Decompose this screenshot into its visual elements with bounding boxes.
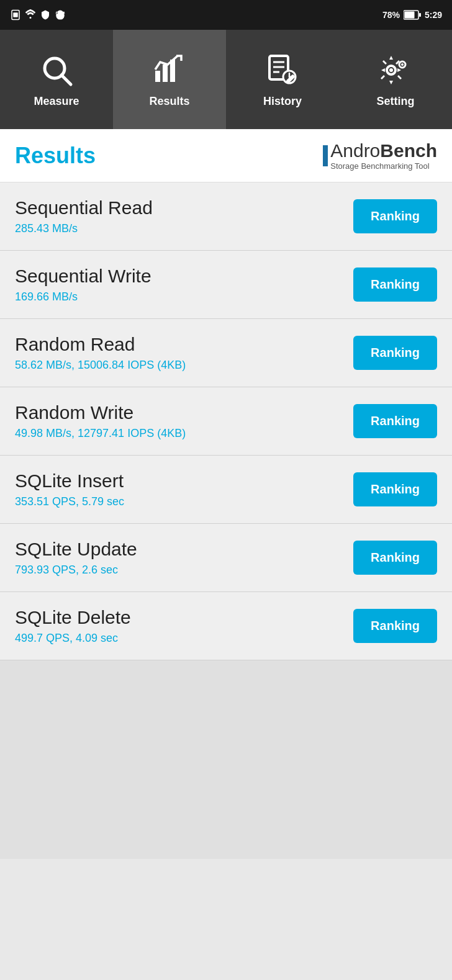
status-bar: 78% 5:29 [0,0,452,30]
wifi-icon [25,9,36,20]
time-display: 5:29 [425,10,442,20]
nav-item-results[interactable]: Results [113,30,226,129]
setting-icon [377,52,414,89]
svg-point-22 [401,63,404,66]
benchmark-row: SQLite Delete499.7 QPS, 4.09 secRanking [0,592,452,660]
shield-icon [40,9,51,20]
benchmark-name: SQLite Delete [15,607,131,628]
benchmark-row: Sequential Read285.43 MB/sRanking [0,182,452,251]
battery-percent: 78% [382,10,400,20]
results-title: Results [15,143,96,169]
ranking-button[interactable]: Ranking [353,541,437,575]
svg-rect-8 [155,71,160,82]
benchmark-value: 353.51 QPS, 5.79 sec [15,495,124,508]
status-icons [10,9,66,20]
ranking-button[interactable]: Ranking [353,404,437,438]
benchmark-value: 793.93 QPS, 2.6 sec [15,564,137,577]
benchmark-value: 285.43 MB/s [15,222,153,235]
benchmark-name: SQLite Insert [15,470,124,492]
bottom-area [0,660,452,859]
benchmark-name: SQLite Update [15,539,137,560]
benchmark-value: 499.7 QPS, 4.09 sec [15,632,131,645]
benchmark-row: SQLite Update793.93 QPS, 2.6 secRanking [0,524,452,592]
brand-accent [323,145,328,166]
svg-point-2 [30,17,32,19]
nav-bar: Measure Results [0,30,452,129]
results-header: Results AndroBench Storage Benchmarking … [0,129,452,182]
ranking-button[interactable]: Ranking [353,609,437,643]
svg-rect-4 [404,12,414,19]
svg-rect-5 [419,13,421,17]
measure-icon [38,52,75,89]
brand-logo: AndroBench Storage Benchmarking Tool [323,140,437,171]
nav-item-measure[interactable]: Measure [0,30,113,129]
history-icon [264,52,301,89]
benchmark-value: 49.98 MB/s, 12797.41 IOPS (4KB) [15,427,186,440]
benchmark-row: SQLite Insert353.51 QPS, 5.79 secRanking [0,456,452,524]
svg-rect-9 [163,65,168,82]
cat-icon [55,9,66,20]
sim-icon [10,9,21,20]
nav-label-setting: Setting [377,95,415,108]
svg-rect-1 [13,12,18,17]
svg-line-7 [61,75,71,84]
nav-label-results: Results [149,95,189,108]
status-right: 78% 5:29 [382,10,442,20]
benchmark-name: Random Read [15,334,186,355]
nav-item-history[interactable]: History [226,30,339,129]
benchmark-row: Sequential Write169.66 MB/sRanking [0,251,452,319]
benchmark-name: Random Write [15,402,186,423]
nav-item-setting[interactable]: Setting [339,30,452,129]
brand-name: AndroBench [330,140,437,161]
ranking-button[interactable]: Ranking [353,336,437,370]
benchmark-value: 58.62 MB/s, 15006.84 IOPS (4KB) [15,359,186,372]
benchmark-list: Sequential Read285.43 MB/sRankingSequent… [0,182,452,660]
brand-sub: Storage Benchmarking Tool [330,161,437,171]
ranking-button[interactable]: Ranking [353,267,437,302]
benchmark-row: Random Write49.98 MB/s, 12797.41 IOPS (4… [0,387,452,456]
benchmark-row: Random Read58.62 MB/s, 15006.84 IOPS (4K… [0,319,452,387]
svg-point-20 [389,68,393,72]
nav-label-history: History [263,95,302,108]
ranking-button[interactable]: Ranking [353,199,437,233]
ranking-button[interactable]: Ranking [353,472,437,506]
benchmark-value: 169.66 MB/s [15,290,151,303]
benchmark-name: Sequential Write [15,266,151,287]
benchmark-name: Sequential Read [15,197,153,218]
results-icon [151,52,188,89]
battery-icon [404,10,421,20]
nav-label-measure: Measure [34,95,79,108]
